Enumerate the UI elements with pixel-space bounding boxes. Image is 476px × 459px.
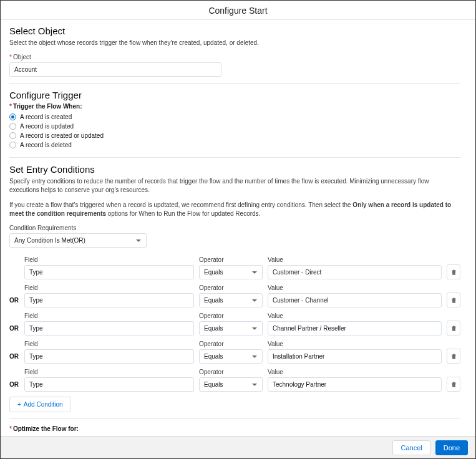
condition-requirements-select[interactable]: Any Condition Is Met(OR) bbox=[9, 233, 147, 248]
radio-icon bbox=[9, 123, 16, 130]
modal-header: Configure Start bbox=[1, 1, 475, 20]
condition-field-input[interactable]: Type bbox=[24, 293, 194, 307]
object-input[interactable] bbox=[9, 62, 221, 77]
condition-value-input[interactable]: Customer - Channel bbox=[268, 293, 442, 307]
entry-desc-1: Specify entry conditions to reduce the n… bbox=[9, 177, 460, 195]
condition-value-input[interactable]: Technology Partner bbox=[268, 377, 442, 392]
trigger-option-label: A record is created bbox=[20, 114, 72, 120]
condition-value-label: Value bbox=[268, 312, 442, 319]
condition-value-label: Value bbox=[268, 369, 442, 375]
trigger-option-label: A record is deleted bbox=[20, 142, 72, 148]
condition-operator-input[interactable]: Equals bbox=[199, 349, 263, 364]
condition-field-label: Field bbox=[24, 256, 194, 263]
entry-desc-2: If you create a flow that's triggered wh… bbox=[9, 201, 460, 218]
delete-condition-button[interactable] bbox=[447, 377, 460, 392]
plus-icon: + bbox=[17, 401, 21, 408]
delete-condition-button[interactable] bbox=[447, 264, 460, 279]
trigger-option[interactable]: A record is deleted bbox=[9, 142, 460, 148]
delete-condition-button[interactable] bbox=[447, 321, 460, 336]
condition-operator-input[interactable]: Equals bbox=[199, 293, 263, 307]
condition-logic-label: OR bbox=[9, 325, 24, 336]
trigger-option-label: A record is created or updated bbox=[20, 132, 104, 139]
condition-field-label: Field bbox=[24, 341, 194, 347]
condition-operator-label: Operator bbox=[199, 284, 263, 291]
chevron-down-icon bbox=[252, 384, 257, 386]
section-configure-trigger: Configure Trigger *Trigger the Flow When… bbox=[9, 90, 460, 158]
condition-field-input[interactable]: Type bbox=[24, 321, 194, 336]
condition-logic-label: OR bbox=[9, 353, 24, 364]
condition-field-label: Field bbox=[24, 284, 194, 291]
delete-condition-button[interactable] bbox=[447, 349, 460, 364]
object-field-label: *Object bbox=[9, 54, 460, 60]
condition-field-input[interactable]: Type bbox=[24, 265, 194, 279]
trash-icon bbox=[450, 325, 457, 332]
trigger-when-label: *Trigger the Flow When: bbox=[9, 103, 460, 110]
condition-logic-label: OR bbox=[9, 381, 24, 392]
condition-operator-input[interactable]: Equals bbox=[199, 377, 263, 392]
trigger-option-label: A record is updated bbox=[20, 123, 74, 130]
chevron-down-icon bbox=[252, 271, 257, 274]
condition-row: ORFieldTypeOperatorEqualsValueInstallati… bbox=[9, 341, 460, 364]
modal-body-scroll[interactable]: Select Object Select the object whose re… bbox=[1, 19, 469, 436]
chevron-down-icon bbox=[252, 327, 257, 330]
select-object-desc: Select the object whose records trigger … bbox=[9, 39, 460, 47]
condition-row: ORFieldTypeOperatorEqualsValueCustomer -… bbox=[9, 284, 460, 307]
chevron-down-icon bbox=[252, 355, 257, 358]
trash-icon bbox=[450, 297, 457, 304]
trash-icon bbox=[450, 353, 457, 360]
condition-requirements-label: Condition Requirements bbox=[9, 225, 460, 231]
condition-operator-label: Operator bbox=[199, 256, 263, 263]
condition-field-label: Field bbox=[24, 312, 194, 319]
condition-row: ORFieldTypeOperatorEqualsValueChannel Pa… bbox=[9, 312, 460, 336]
radio-icon bbox=[9, 132, 16, 139]
condition-logic-label bbox=[9, 276, 24, 279]
condition-logic-label: OR bbox=[9, 297, 24, 307]
optimize-label: *Optimize the Flow for: bbox=[9, 425, 460, 432]
modal-title: Configure Start bbox=[208, 6, 267, 16]
chevron-down-icon bbox=[252, 299, 257, 302]
radio-icon bbox=[9, 142, 16, 148]
trigger-option[interactable]: A record is created or updated bbox=[9, 132, 460, 139]
section-select-object: Select Object Select the object whose re… bbox=[9, 26, 460, 84]
condition-value-input[interactable]: Installation Partner bbox=[268, 349, 442, 364]
section-optimize: *Optimize the Flow for: Fast Field Updat… bbox=[9, 425, 460, 436]
section-entry-conditions: Set Entry Conditions Specify entry condi… bbox=[9, 164, 460, 419]
select-object-title: Select Object bbox=[9, 26, 460, 36]
condition-operator-label: Operator bbox=[199, 369, 263, 375]
condition-value-label: Value bbox=[268, 256, 442, 263]
radio-icon bbox=[9, 114, 16, 120]
condition-row: ORFieldTypeOperatorEqualsValueTechnology… bbox=[9, 369, 460, 392]
configure-trigger-title: Configure Trigger bbox=[9, 90, 460, 100]
condition-value-label: Value bbox=[268, 341, 442, 347]
trigger-option[interactable]: A record is updated bbox=[9, 123, 460, 130]
delete-condition-button[interactable] bbox=[447, 292, 460, 307]
chevron-down-icon bbox=[136, 239, 141, 242]
trash-icon bbox=[450, 381, 457, 388]
trash-icon bbox=[450, 269, 457, 276]
condition-operator-label: Operator bbox=[199, 312, 263, 319]
condition-row: FieldTypeOperatorEqualsValueCustomer - D… bbox=[9, 256, 460, 279]
add-condition-button[interactable]: + Add Condition bbox=[9, 397, 71, 412]
condition-operator-input[interactable]: Equals bbox=[199, 265, 263, 279]
condition-operator-label: Operator bbox=[199, 341, 263, 347]
condition-value-input[interactable]: Customer - Direct bbox=[268, 265, 442, 279]
trigger-option[interactable]: A record is created bbox=[9, 114, 460, 120]
done-button[interactable]: Done bbox=[435, 440, 468, 455]
modal-footer: Cancel Done bbox=[1, 436, 475, 458]
condition-operator-input[interactable]: Equals bbox=[199, 321, 263, 336]
condition-field-input[interactable]: Type bbox=[24, 377, 194, 392]
entry-conditions-title: Set Entry Conditions bbox=[9, 164, 460, 175]
condition-value-input[interactable]: Channel Partner / Reseller bbox=[268, 321, 442, 336]
cancel-button[interactable]: Cancel bbox=[392, 440, 430, 455]
condition-field-input[interactable]: Type bbox=[24, 349, 194, 364]
condition-field-label: Field bbox=[24, 369, 194, 375]
condition-value-label: Value bbox=[268, 284, 442, 291]
